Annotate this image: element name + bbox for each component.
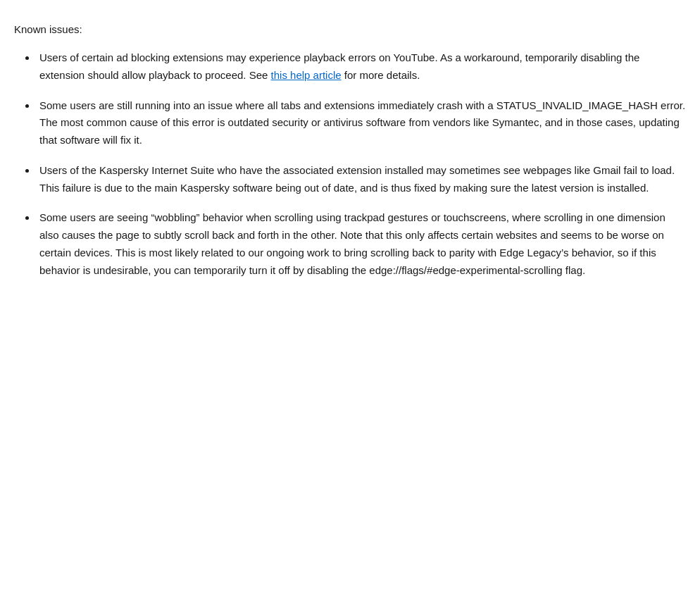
list-item: Some users are seeing “wobbling” behavio… bbox=[37, 209, 686, 279]
issue-1-text-after-link: for more details. bbox=[342, 69, 420, 81]
issue-3-text: Users of the Kaspersky Internet Suite wh… bbox=[39, 164, 675, 194]
help-article-link[interactable]: this help article bbox=[271, 69, 342, 81]
list-item: Users of the Kaspersky Internet Suite wh… bbox=[37, 162, 686, 197]
issue-2-text: Some users are still running into an iss… bbox=[39, 99, 685, 147]
issues-list: Users of certain ad blocking extensions … bbox=[14, 49, 686, 279]
list-item: Users of certain ad blocking extensions … bbox=[37, 49, 686, 85]
issue-4-text: Some users are seeing “wobbling” behavio… bbox=[39, 211, 665, 275]
list-item: Some users are still running into an iss… bbox=[37, 97, 686, 149]
known-issues-heading: Known issues: bbox=[14, 21, 686, 38]
